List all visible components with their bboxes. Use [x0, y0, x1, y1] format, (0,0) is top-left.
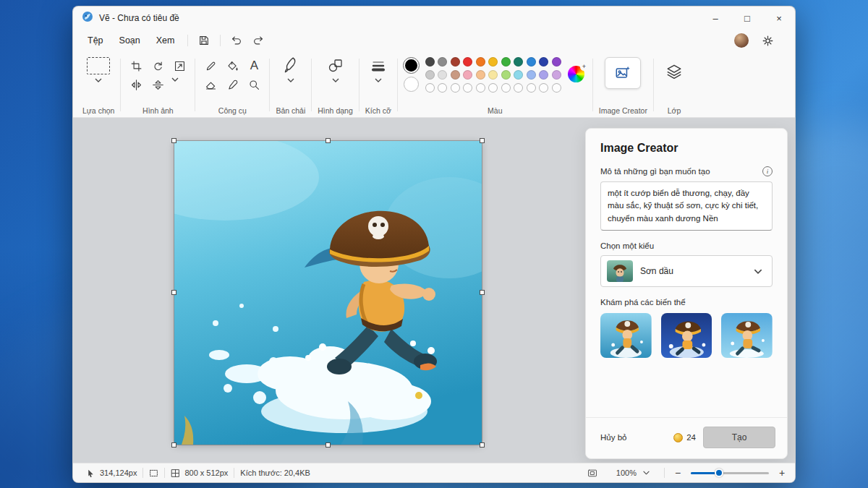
rotate-tool[interactable] [148, 57, 167, 74]
layers-button[interactable] [660, 57, 689, 86]
style-dropdown[interactable]: Sơn dầu [600, 255, 773, 287]
selection-tool[interactable] [87, 57, 110, 74]
chevron-down-icon[interactable] [93, 77, 103, 83]
variants-row [600, 313, 773, 358]
cancel-button[interactable]: Hủy bỏ [600, 433, 626, 442]
color-swatch[interactable] [501, 83, 511, 93]
color-swatch[interactable] [425, 70, 435, 80]
color-swatch[interactable] [438, 70, 447, 80]
close-button[interactable]: × [763, 7, 795, 30]
color-swatch[interactable] [438, 83, 447, 93]
pencil-tool[interactable] [201, 57, 220, 74]
color-swatch[interactable] [527, 57, 536, 67]
color-swatch[interactable] [552, 83, 561, 93]
menu-edit[interactable]: Soạn [112, 33, 148, 48]
magnifier-tool[interactable] [244, 76, 263, 93]
eyedropper-tool[interactable] [223, 76, 242, 93]
color-swatch[interactable] [451, 70, 460, 80]
color-swatch[interactable] [527, 70, 536, 80]
selection-handle[interactable] [326, 138, 331, 143]
color-swatch[interactable] [488, 83, 498, 93]
save-button[interactable] [194, 32, 214, 49]
ribbon-group-selection: Lựa chọn [77, 53, 119, 117]
zoom-out-button[interactable]: − [672, 467, 684, 479]
color-swatch[interactable] [488, 70, 498, 80]
color-swatch[interactable] [539, 70, 548, 80]
zoom-level-dropdown[interactable]: 100% [610, 468, 657, 477]
group-label-shapes: Hình dạng [318, 106, 352, 115]
variant-thumbnail-1[interactable] [600, 313, 652, 358]
selection-handle[interactable] [171, 442, 176, 448]
flip-vertical-tool[interactable] [148, 76, 167, 93]
prompt-textarea[interactable]: một ít cướp biển dễ thương, chạy, đầy mà… [600, 181, 773, 231]
color-swatch[interactable] [476, 57, 485, 67]
chevron-down-icon[interactable] [170, 76, 180, 82]
color-swatch[interactable] [501, 70, 511, 80]
chevron-down-icon[interactable] [331, 77, 341, 83]
brush-tool[interactable] [281, 57, 300, 74]
selection-handle[interactable] [480, 442, 485, 448]
color-swatch[interactable] [451, 83, 460, 93]
color-swatch[interactable] [552, 70, 561, 80]
color-swatch[interactable] [514, 57, 523, 67]
color-swatch[interactable] [425, 57, 435, 67]
stroke-size-tool[interactable] [369, 57, 388, 74]
image-creator-button[interactable] [605, 57, 641, 89]
flip-horizontal-tool[interactable] [127, 76, 145, 93]
image-creator-panel: Image Creator Mô tả những gì bạn muốn tạ… [585, 128, 788, 459]
settings-gear-icon[interactable] [757, 32, 778, 49]
variant-thumbnail-2[interactable] [661, 313, 712, 358]
color-swatch[interactable] [451, 57, 460, 67]
zoom-slider[interactable] [691, 468, 769, 477]
chevron-down-icon [753, 268, 763, 275]
color-swatch[interactable] [514, 70, 523, 80]
menu-view[interactable]: Xem [149, 33, 182, 48]
chevron-down-icon[interactable] [373, 77, 383, 83]
color-swatch[interactable] [501, 57, 511, 67]
color-swatch[interactable] [476, 70, 485, 80]
style-selected-value: Sơn dầu [640, 266, 673, 276]
eraser-tool[interactable] [201, 76, 220, 93]
resize-tool[interactable] [170, 57, 189, 74]
info-icon[interactable]: i [762, 166, 773, 176]
color-swatch[interactable] [514, 83, 523, 93]
color-swatch[interactable] [463, 70, 472, 80]
divider [220, 35, 221, 46]
color-swatch[interactable] [488, 57, 498, 67]
selection-handle[interactable] [171, 290, 176, 295]
account-avatar[interactable] [734, 33, 749, 48]
color-swatch[interactable] [463, 83, 472, 93]
selection-handle[interactable] [480, 290, 485, 295]
canvas-workspace: Image Creator Mô tả những gì bạn muốn tạ… [73, 118, 795, 463]
variant-thumbnail-3[interactable] [721, 313, 773, 358]
redo-button[interactable] [248, 32, 268, 49]
shapes-tool[interactable] [326, 57, 345, 74]
primary-color-swatch[interactable] [404, 58, 419, 73]
selection-handle[interactable] [171, 138, 176, 143]
canvas-image-selection[interactable] [174, 141, 482, 445]
text-tool[interactable]: A [244, 57, 263, 74]
minimize-button[interactable]: – [699, 7, 731, 30]
fill-tool[interactable] [223, 57, 242, 74]
edit-colors-button[interactable]: + [568, 66, 587, 85]
menu-file[interactable]: Tệp [80, 33, 111, 48]
selection-handle[interactable] [326, 442, 331, 448]
maximize-button[interactable]: □ [731, 7, 763, 30]
color-swatch[interactable] [527, 83, 536, 93]
secondary-color-swatch[interactable] [404, 77, 419, 92]
undo-button[interactable] [226, 32, 247, 49]
fit-to-screen-button[interactable] [582, 468, 603, 478]
color-swatch[interactable] [539, 57, 548, 67]
zoom-in-button[interactable]: + [776, 467, 788, 479]
color-swatch[interactable] [476, 83, 485, 93]
color-swatch[interactable] [438, 57, 447, 67]
chevron-down-icon[interactable] [286, 77, 296, 83]
color-swatch[interactable] [463, 57, 472, 67]
selection-handle[interactable] [480, 138, 485, 143]
create-button[interactable]: Tạo [703, 427, 775, 448]
color-swatch[interactable] [425, 83, 435, 93]
color-swatch[interactable] [552, 57, 561, 67]
color-swatch[interactable] [539, 83, 548, 93]
crop-tool[interactable] [127, 57, 145, 74]
zoom-slider-thumb[interactable] [715, 468, 723, 477]
